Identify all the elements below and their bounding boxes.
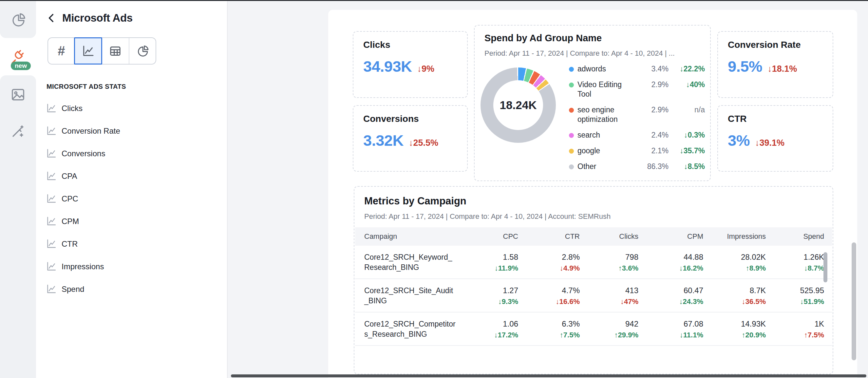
metric-value: 413 — [580, 286, 639, 295]
column-header-clicks[interactable]: Clicks — [580, 232, 639, 241]
line-chart-icon — [46, 125, 57, 136]
column-header-ctr[interactable]: CTR — [518, 232, 580, 241]
legend-label: google — [578, 146, 636, 156]
panel-vertical-scrollbar[interactable] — [851, 242, 856, 360]
sidebar-item-clicks[interactable]: Clicks — [46, 101, 120, 115]
sidebar-item-impressions[interactable]: Impressions — [46, 260, 120, 273]
horizontal-scrollbar[interactable] — [231, 374, 866, 377]
donut-legend: adwords3.4%↓22.2%Video Editing Tool2.9%↓… — [569, 64, 705, 171]
report-canvas: Clicks 34.93K ↓9% Conversions 3.32K ↓25.… — [328, 10, 857, 378]
campaign-name-cell: Core12_SRCH_Competitors_Research_BING — [355, 313, 460, 345]
legend-label: search — [578, 130, 636, 140]
table-widget-button[interactable] — [101, 38, 129, 64]
back-chevron-icon[interactable] — [46, 12, 57, 24]
line-chart-icon — [46, 148, 57, 159]
metric-cell: 2.8%↓4.9% — [518, 246, 580, 278]
column-header-cpm[interactable]: CPM — [639, 232, 703, 241]
metric-cell: 1.26K↓8.7% — [766, 246, 824, 278]
metric-change: ↓17.2% — [460, 330, 518, 340]
sidebar-item-label: CPC — [62, 194, 78, 203]
kpi-change: ↓39.1% — [755, 138, 784, 148]
kpi-card-ctr[interactable]: CTR 3% ↓39.1% — [717, 105, 833, 171]
reports-pie-icon[interactable] — [0, 2, 36, 38]
kpi-label: Conversions — [363, 114, 419, 124]
metric-cell: 67.08↓11.1% — [639, 313, 703, 345]
legend-value: 86.3% — [636, 162, 669, 171]
kpi-value: 9.5% — [728, 57, 762, 75]
table-row: Core12_SRCH_Site_Audit_BING1.27↓9.3%4.7%… — [355, 279, 832, 313]
column-header-impressions[interactable]: Impressions — [703, 232, 766, 241]
table-vertical-scrollbar[interactable] — [824, 252, 827, 282]
metric-value: 6.3% — [518, 319, 580, 329]
metric-value: 14.93K — [703, 319, 766, 329]
legend-label: Other — [578, 162, 636, 171]
campaign-name-cell: Core12_SRCH_Site_Audit_BING — [355, 279, 460, 312]
sidebar-item-cpc[interactable]: CPC — [46, 192, 120, 206]
donut-chart[interactable]: 18.24K — [480, 67, 556, 143]
line-chart-icon — [46, 216, 57, 227]
column-header-campaign[interactable]: Campaign — [355, 232, 460, 241]
number-widget-button[interactable]: # — [48, 38, 75, 64]
kpi-label: Conversion Rate — [728, 40, 801, 50]
metric-cell: 4.7%↓16.6% — [518, 279, 580, 312]
legend-color-dot — [569, 133, 574, 138]
metric-change: ↓16.6% — [518, 297, 580, 307]
line-chart-icon — [46, 261, 57, 272]
table-body: Core12_SRCH_Keyword_Research_BING1.58↓11… — [355, 246, 832, 373]
kpi-card-conversions[interactable]: Conversions 3.32K ↓25.5% — [353, 105, 468, 171]
kpi-card-clicks[interactable]: Clicks 34.93K ↓9% — [353, 31, 468, 98]
metric-value: 942 — [580, 319, 639, 329]
legend-change: ↓35.7% — [669, 146, 705, 156]
metric-value: 798 — [580, 252, 639, 262]
column-header-cpc[interactable]: CPC — [460, 232, 518, 241]
kpi-change: ↓25.5% — [409, 138, 438, 148]
line-chart-widget-button[interactable] — [74, 37, 102, 65]
legend-color-dot — [569, 67, 574, 72]
sidebar-item-label: Clicks — [62, 104, 83, 113]
metric-change: ↓47% — [580, 297, 639, 307]
table-icon — [109, 44, 122, 58]
legend-label: seo engine optimization — [578, 105, 636, 124]
legend-item: google2.1%↓35.7% — [569, 146, 705, 156]
donut-center: 18.24K — [493, 80, 543, 130]
metric-cell: 798↑3.6% — [580, 246, 639, 278]
legend-change: ↓22.2% — [669, 64, 705, 74]
window-top-edge — [0, 0, 868, 1]
widget-subtitle: Period: Apr 11 - 17, 2024 | Compare to: … — [364, 212, 611, 221]
line-chart-icon — [46, 103, 57, 114]
legend-item: adwords3.4%↓22.2% — [569, 64, 705, 74]
sidebar-item-conversion-rate[interactable]: Conversion Rate — [46, 124, 120, 137]
sidebar-item-label: CTR — [62, 240, 78, 249]
sidebar-item-cpm[interactable]: CPM — [46, 215, 120, 228]
metric-value: 67.08 — [639, 319, 703, 329]
legend-label: adwords — [578, 64, 636, 74]
metric-cell: 28.02K↑8.9% — [703, 246, 766, 278]
line-chart-icon — [46, 171, 57, 182]
legend-change: ↓0.3% — [669, 130, 705, 140]
sidebar-item-spend[interactable]: Spend — [46, 282, 120, 296]
metrics-by-campaign-widget[interactable]: Metrics by Campaign Period: Apr 11 - 17,… — [354, 186, 833, 374]
spend-by-ad-group-widget[interactable]: Spend by Ad Group Name Period: Apr 11 - … — [474, 25, 711, 181]
report-sidebar: Microsoft Ads # MICROSOFT A — [36, 0, 228, 378]
metric-value: 60.47 — [639, 286, 703, 295]
sidebar-item-conversions[interactable]: Conversions — [46, 147, 120, 160]
magic-wand-icon[interactable] — [0, 113, 36, 149]
metric-change: ↓36.5% — [703, 297, 766, 307]
media-image-icon[interactable] — [0, 77, 36, 113]
kpi-label: Clicks — [363, 40, 391, 50]
sidebar-item-ctr[interactable]: CTR — [46, 237, 120, 251]
legend-value: 3.4% — [636, 64, 669, 74]
metric-cell: 1.27↓9.3% — [460, 279, 518, 312]
legend-change: ↓40% — [669, 80, 705, 89]
legend-change: n/a — [669, 105, 705, 115]
table-header-row: CampaignCPCCTRClicksCPMImpressionsSpend — [355, 227, 832, 246]
legend-value: 2.9% — [636, 80, 669, 89]
legend-item: Video Editing Tool2.9%↓40% — [569, 80, 705, 99]
metric-cell: 1.06↓17.2% — [460, 313, 518, 345]
pie-chart-widget-button[interactable] — [129, 38, 156, 64]
kpi-card-conversion-rate[interactable]: Conversion Rate 9.5% ↓18.1% — [717, 31, 833, 98]
kpi-change: ↓9% — [417, 64, 435, 74]
table-row: Core12_SRCH_Competitors_Research_BING1.0… — [355, 313, 832, 346]
sidebar-item-cpa[interactable]: CPA — [46, 169, 120, 183]
column-header-spend[interactable]: Spend — [766, 232, 824, 241]
